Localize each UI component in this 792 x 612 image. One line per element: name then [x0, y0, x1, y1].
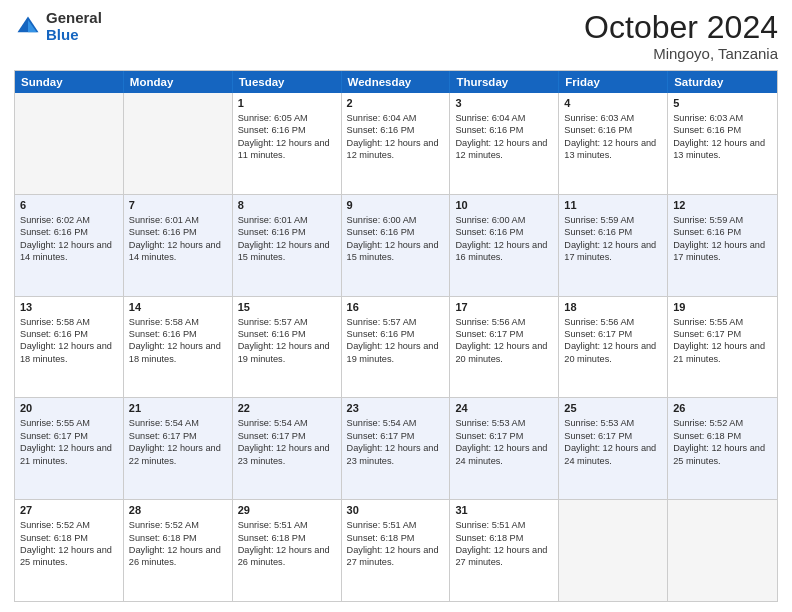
sunrise-text: Sunrise: 5:59 AM [564, 214, 662, 226]
sunrise-text: Sunrise: 5:54 AM [129, 417, 227, 429]
day-cell-12: 12Sunrise: 5:59 AMSunset: 6:16 PMDayligh… [668, 195, 777, 296]
day-cell-2: 2Sunrise: 6:04 AMSunset: 6:16 PMDaylight… [342, 93, 451, 194]
day-number: 12 [673, 198, 772, 213]
daylight-text: Daylight: 12 hours and 21 minutes. [20, 442, 118, 467]
sunrise-text: Sunrise: 5:56 AM [455, 316, 553, 328]
daylight-text: Daylight: 12 hours and 24 minutes. [564, 442, 662, 467]
header: General Blue October 2024 Mingoyo, Tanza… [14, 10, 778, 62]
calendar-week-4: 20Sunrise: 5:55 AMSunset: 6:17 PMDayligh… [15, 397, 777, 499]
daylight-text: Daylight: 12 hours and 13 minutes. [673, 137, 772, 162]
sunrise-text: Sunrise: 5:53 AM [564, 417, 662, 429]
daylight-text: Daylight: 12 hours and 16 minutes. [455, 239, 553, 264]
day-number: 19 [673, 300, 772, 315]
sunrise-text: Sunrise: 6:01 AM [129, 214, 227, 226]
daylight-text: Daylight: 12 hours and 26 minutes. [238, 544, 336, 569]
day-cell-21: 21Sunrise: 5:54 AMSunset: 6:17 PMDayligh… [124, 398, 233, 499]
empty-cell [15, 93, 124, 194]
day-cell-25: 25Sunrise: 5:53 AMSunset: 6:17 PMDayligh… [559, 398, 668, 499]
day-cell-15: 15Sunrise: 5:57 AMSunset: 6:16 PMDayligh… [233, 297, 342, 398]
logo-icon [14, 13, 42, 41]
sunset-text: Sunset: 6:18 PM [455, 532, 553, 544]
day-number: 29 [238, 503, 336, 518]
sunrise-text: Sunrise: 5:54 AM [238, 417, 336, 429]
day-number: 20 [20, 401, 118, 416]
calendar-header-row: SundayMondayTuesdayWednesdayThursdayFrid… [15, 71, 777, 93]
day-cell-4: 4Sunrise: 6:03 AMSunset: 6:16 PMDaylight… [559, 93, 668, 194]
daylight-text: Daylight: 12 hours and 20 minutes. [564, 340, 662, 365]
month-title: October 2024 [584, 10, 778, 45]
sunset-text: Sunset: 6:18 PM [20, 532, 118, 544]
daylight-text: Daylight: 12 hours and 23 minutes. [238, 442, 336, 467]
day-number: 8 [238, 198, 336, 213]
sunrise-text: Sunrise: 6:01 AM [238, 214, 336, 226]
sunset-text: Sunset: 6:16 PM [238, 328, 336, 340]
sunrise-text: Sunrise: 6:04 AM [455, 112, 553, 124]
daylight-text: Daylight: 12 hours and 20 minutes. [455, 340, 553, 365]
logo-general: General [46, 10, 102, 27]
sunset-text: Sunset: 6:17 PM [238, 430, 336, 442]
sunset-text: Sunset: 6:17 PM [564, 328, 662, 340]
sunrise-text: Sunrise: 5:59 AM [673, 214, 772, 226]
day-number: 1 [238, 96, 336, 111]
day-number: 23 [347, 401, 445, 416]
day-cell-16: 16Sunrise: 5:57 AMSunset: 6:16 PMDayligh… [342, 297, 451, 398]
daylight-text: Daylight: 12 hours and 27 minutes. [347, 544, 445, 569]
day-header-thursday: Thursday [450, 71, 559, 93]
day-cell-20: 20Sunrise: 5:55 AMSunset: 6:17 PMDayligh… [15, 398, 124, 499]
sunset-text: Sunset: 6:16 PM [20, 328, 118, 340]
day-number: 22 [238, 401, 336, 416]
day-cell-19: 19Sunrise: 5:55 AMSunset: 6:17 PMDayligh… [668, 297, 777, 398]
title-block: October 2024 Mingoyo, Tanzania [584, 10, 778, 62]
sunset-text: Sunset: 6:17 PM [673, 328, 772, 340]
day-header-friday: Friday [559, 71, 668, 93]
sunrise-text: Sunrise: 5:55 AM [673, 316, 772, 328]
sunrise-text: Sunrise: 5:55 AM [20, 417, 118, 429]
day-number: 30 [347, 503, 445, 518]
sunset-text: Sunset: 6:17 PM [20, 430, 118, 442]
day-number: 11 [564, 198, 662, 213]
sunset-text: Sunset: 6:16 PM [564, 124, 662, 136]
calendar-week-2: 6Sunrise: 6:02 AMSunset: 6:16 PMDaylight… [15, 194, 777, 296]
empty-cell [559, 500, 668, 601]
sunset-text: Sunset: 6:16 PM [347, 226, 445, 238]
day-cell-5: 5Sunrise: 6:03 AMSunset: 6:16 PMDaylight… [668, 93, 777, 194]
sunrise-text: Sunrise: 5:54 AM [347, 417, 445, 429]
daylight-text: Daylight: 12 hours and 25 minutes. [20, 544, 118, 569]
sunset-text: Sunset: 6:16 PM [455, 226, 553, 238]
logo: General Blue [14, 10, 102, 43]
day-number: 14 [129, 300, 227, 315]
day-cell-7: 7Sunrise: 6:01 AMSunset: 6:16 PMDaylight… [124, 195, 233, 296]
daylight-text: Daylight: 12 hours and 15 minutes. [238, 239, 336, 264]
day-number: 7 [129, 198, 227, 213]
daylight-text: Daylight: 12 hours and 15 minutes. [347, 239, 445, 264]
sunset-text: Sunset: 6:16 PM [673, 124, 772, 136]
day-number: 13 [20, 300, 118, 315]
day-number: 16 [347, 300, 445, 315]
sunset-text: Sunset: 6:16 PM [455, 124, 553, 136]
day-header-saturday: Saturday [668, 71, 777, 93]
day-cell-18: 18Sunrise: 5:56 AMSunset: 6:17 PMDayligh… [559, 297, 668, 398]
daylight-text: Daylight: 12 hours and 27 minutes. [455, 544, 553, 569]
sunset-text: Sunset: 6:18 PM [238, 532, 336, 544]
day-number: 26 [673, 401, 772, 416]
day-number: 18 [564, 300, 662, 315]
sunset-text: Sunset: 6:16 PM [238, 124, 336, 136]
sunset-text: Sunset: 6:16 PM [347, 124, 445, 136]
day-number: 10 [455, 198, 553, 213]
sunset-text: Sunset: 6:17 PM [129, 430, 227, 442]
daylight-text: Daylight: 12 hours and 11 minutes. [238, 137, 336, 162]
sunrise-text: Sunrise: 5:53 AM [455, 417, 553, 429]
day-cell-10: 10Sunrise: 6:00 AMSunset: 6:16 PMDayligh… [450, 195, 559, 296]
daylight-text: Daylight: 12 hours and 18 minutes. [129, 340, 227, 365]
sunrise-text: Sunrise: 5:51 AM [238, 519, 336, 531]
sunset-text: Sunset: 6:17 PM [455, 328, 553, 340]
day-cell-23: 23Sunrise: 5:54 AMSunset: 6:17 PMDayligh… [342, 398, 451, 499]
sunrise-text: Sunrise: 5:56 AM [564, 316, 662, 328]
empty-cell [668, 500, 777, 601]
sunset-text: Sunset: 6:16 PM [673, 226, 772, 238]
sunset-text: Sunset: 6:16 PM [129, 226, 227, 238]
day-cell-29: 29Sunrise: 5:51 AMSunset: 6:18 PMDayligh… [233, 500, 342, 601]
daylight-text: Daylight: 12 hours and 22 minutes. [129, 442, 227, 467]
daylight-text: Daylight: 12 hours and 23 minutes. [347, 442, 445, 467]
day-number: 2 [347, 96, 445, 111]
